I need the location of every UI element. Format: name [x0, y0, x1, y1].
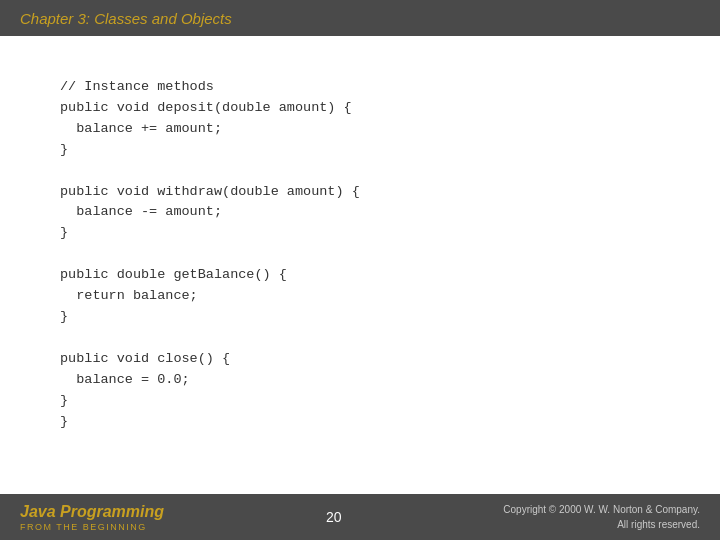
footer-copyright-line1: Copyright © 2000 W. W. Norton & Company. — [503, 504, 700, 515]
footer-page-number: 20 — [164, 509, 503, 525]
code-line-close-body: balance = 0.0; — [60, 372, 190, 387]
slide-content: // Instance methods public void deposit(… — [0, 36, 720, 494]
code-line-deposit-close: } — [60, 142, 68, 157]
code-line-getbalance-body: return balance; — [60, 288, 198, 303]
code-line-getbalance: public double getBalance() { — [60, 267, 287, 282]
code-line-getbalance-close: } — [60, 309, 68, 324]
footer-copyright: Copyright © 2000 W. W. Norton & Company.… — [503, 502, 700, 532]
footer-branding: Java Programming FROM THE BEGINNING — [20, 503, 164, 532]
slide-footer: Java Programming FROM THE BEGINNING 20 C… — [0, 494, 720, 540]
code-comment: // Instance methods — [60, 79, 214, 94]
code-line-deposit-body: balance += amount; — [60, 121, 222, 136]
footer-title: Java Programming — [20, 503, 164, 521]
slide-header: Chapter 3: Classes and Objects — [0, 0, 720, 36]
code-line-class-close: } — [60, 414, 68, 429]
code-line-close: public void close() { — [60, 351, 230, 366]
code-line-close-brace: } — [60, 393, 68, 408]
slide: Chapter 3: Classes and Objects // Instan… — [0, 0, 720, 540]
code-line-withdraw-close: } — [60, 225, 68, 240]
code-line-withdraw: public void withdraw(double amount) { — [60, 184, 360, 199]
code-line-withdraw-body: balance -= amount; — [60, 204, 222, 219]
slide-title: Chapter 3: Classes and Objects — [20, 10, 232, 27]
footer-subtitle: FROM THE BEGINNING — [20, 522, 164, 532]
footer-copyright-line2: All rights reserved. — [617, 519, 700, 530]
code-line-deposit: public void deposit(double amount) { — [60, 100, 352, 115]
code-block: // Instance methods public void deposit(… — [60, 56, 680, 454]
